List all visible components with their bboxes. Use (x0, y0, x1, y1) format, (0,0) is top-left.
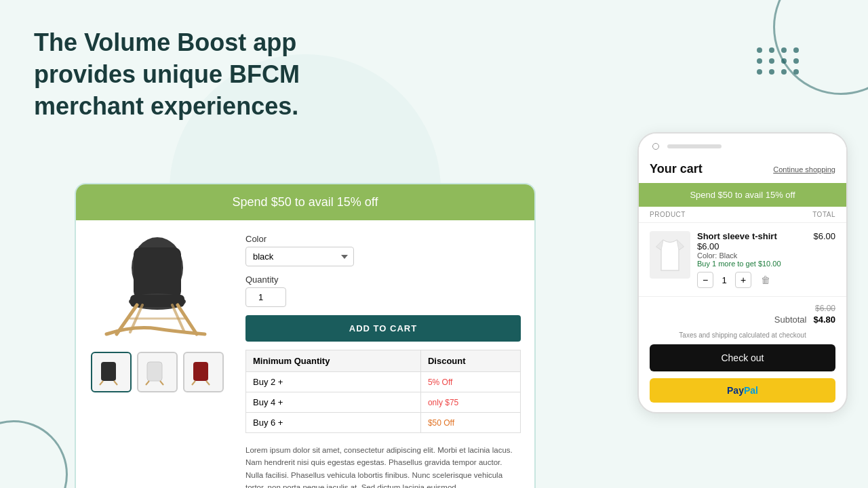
table-cell-discount: 5% Off (420, 372, 520, 392)
cart-original-price: $6.00 (815, 304, 835, 313)
discount-table: Minimum Quantity Discount Buy 2 + 5% Off… (245, 350, 521, 433)
product-promo-banner: Spend $50 to avail 15% off (76, 184, 534, 220)
quantity-label: Quantity (245, 274, 521, 285)
table-row: Buy 4 + only $75 (246, 392, 521, 413)
product-image-area (90, 234, 225, 488)
quantity-increase-button[interactable]: + (735, 272, 751, 288)
svg-line-13 (146, 381, 149, 385)
subtotal-label: Subtotal (774, 314, 807, 325)
phone-top-bar (639, 134, 846, 155)
thumbnail-1[interactable] (91, 352, 132, 392)
paypal-text: PayPal (727, 385, 758, 396)
table-cell-discount: $50 Off (420, 413, 520, 433)
svg-line-17 (206, 381, 210, 385)
table-cell-qty: Buy 2 + (246, 372, 421, 392)
color-label: Color (245, 234, 521, 244)
tshirt-icon (653, 237, 687, 274)
subtotal-value: $4.80 (813, 314, 835, 325)
table-row: Buy 6 + $50 Off (246, 413, 521, 433)
thumbnail-3[interactable] (183, 352, 224, 392)
cart-title: Your cart (650, 162, 703, 176)
chair-image (96, 234, 218, 342)
svg-line-16 (192, 381, 195, 385)
cart-item-base-price: $6.00 (697, 241, 835, 251)
cart-table-header: PRODUCT TOTAL (639, 207, 846, 223)
cart-item-quantity: 1 (717, 275, 731, 285)
cart-promo-banner: Spend $50 to avail 15% off (639, 183, 846, 207)
phone-panel: Your cart Continue shopping Spend $50 to… (637, 132, 848, 413)
product-controls: Color black white red Quantity ADD TO CA… (245, 234, 521, 488)
paypal-button[interactable]: PayPal (650, 378, 835, 403)
continue-shopping-link[interactable]: Continue shopping (773, 165, 835, 174)
svg-line-11 (114, 381, 117, 385)
product-description: Lorem ipsum dolor sit amet, consectetur … (245, 444, 521, 488)
quantity-decrease-button[interactable]: − (697, 272, 713, 288)
color-select[interactable]: black white red (245, 247, 354, 266)
phone-speaker (667, 144, 722, 148)
cart-item-image (650, 231, 690, 279)
table-cell-discount: only $75 (420, 392, 520, 413)
cart-col-total: TOTAL (812, 211, 835, 218)
svg-line-14 (160, 381, 163, 385)
cart-item-color: Color: Black (697, 251, 835, 260)
cart-item-info: Short sleeve t-shirt $6.00 $6.00 Color: … (697, 231, 835, 288)
deco-dots (757, 47, 800, 75)
cart-item-total: $6.00 (813, 231, 835, 241)
cart-header: Your cart Continue shopping (639, 155, 846, 183)
page-title: The Volume Boost app provides unique BFC… (34, 27, 373, 122)
cart-item: Short sleeve t-shirt $6.00 $6.00 Color: … (639, 223, 846, 297)
cart-tax-note: Taxes and shipping calculated at checkou… (639, 331, 846, 344)
checkout-button[interactable]: Check out (650, 344, 835, 371)
phone-camera (652, 143, 659, 150)
add-to-cart-button[interactable]: ADD TO CART (245, 315, 521, 342)
deco-circle-bottom-left (0, 420, 68, 488)
svg-rect-1 (134, 247, 181, 298)
table-cell-qty: Buy 4 + (246, 392, 421, 413)
quantity-input[interactable] (245, 287, 286, 307)
table-row: Buy 2 + 5% Off (246, 372, 521, 392)
svg-rect-15 (193, 362, 208, 381)
cart-totals: $6.00 Subtotal $4.80 (639, 297, 846, 331)
table-col-qty: Minimum Quantity (246, 350, 421, 372)
svg-rect-9 (101, 362, 116, 381)
svg-rect-12 (147, 362, 162, 381)
product-thumbnails (91, 352, 224, 392)
cart-item-controls: − 1 + 🗑 (697, 272, 835, 288)
table-col-discount: Discount (420, 350, 520, 372)
svg-line-10 (100, 381, 103, 385)
thumbnail-2[interactable] (137, 352, 178, 392)
cart-subtotal-row: Subtotal $4.80 (774, 314, 835, 325)
cart-item-name: Short sleeve t-shirt (697, 231, 777, 241)
table-cell-qty: Buy 6 + (246, 413, 421, 433)
cart-col-product: PRODUCT (650, 211, 686, 218)
delete-item-button[interactable]: 🗑 (761, 274, 770, 285)
cart-item-upsell: Buy 1 more to get $10.00 (697, 260, 835, 268)
product-panel: Spend $50 to avail 15% off (75, 183, 536, 488)
